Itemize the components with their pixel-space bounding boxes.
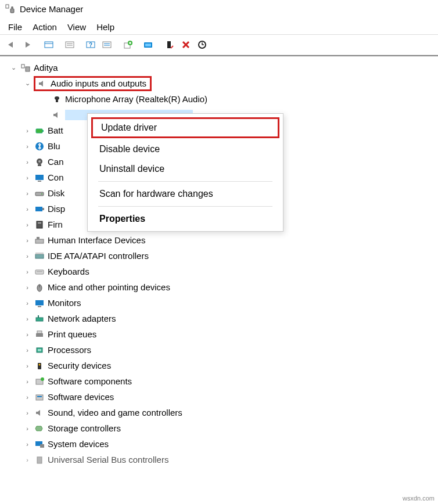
batteries-label: Batt [48, 125, 63, 135]
chevron-right-icon[interactable]: › [23, 174, 31, 181]
computer-icon [20, 63, 31, 73]
toolbar: ? [0, 34, 438, 55]
chevron-right-icon[interactable]: › [23, 143, 31, 150]
menu-action[interactable]: Action [33, 22, 57, 32]
svg-rect-34 [42, 208, 44, 210]
back-icon[interactable] [3, 37, 20, 52]
keyboard-icon [34, 267, 45, 277]
svg-rect-0 [6, 5, 9, 8]
forward-icon[interactable] [20, 37, 36, 52]
chevron-right-icon[interactable]: › [23, 159, 31, 165]
chevron-down-icon[interactable]: ⌄ [23, 80, 31, 87]
cm-update-driver[interactable]: Update driver [91, 117, 279, 138]
svg-rect-39 [35, 254, 44, 258]
menu-help[interactable]: Help [96, 22, 114, 32]
tree-keyboards[interactable]: › Keyboards [3, 264, 438, 279]
svg-rect-61 [37, 457, 42, 463]
bluetooth-label: Blu [48, 141, 60, 151]
chevron-right-icon[interactable]: › [23, 253, 31, 260]
tree-processors[interactable]: › Processors [3, 342, 438, 358]
chevron-right-icon[interactable]: › [23, 378, 31, 385]
chevron-right-icon[interactable]: › [23, 362, 31, 369]
chevron-right-icon[interactable]: › [23, 221, 31, 228]
hid-icon [34, 235, 45, 246]
storage-icon [34, 423, 45, 434]
cm-disable-device[interactable]: Disable device [88, 139, 283, 159]
chevron-right-icon[interactable]: › [23, 127, 31, 134]
svg-rect-40 [35, 253, 44, 254]
disable-icon[interactable] [161, 37, 178, 52]
tree-security[interactable]: › Security devices [3, 358, 438, 373]
tree-storage[interactable]: › Storage controllers [3, 420, 438, 436]
tree-audio-category[interactable]: ⌄ Audio inputs and outputs [3, 75, 438, 91]
tree-root-label: Aditya [34, 63, 58, 73]
swcomponents-label: Software components [48, 376, 132, 386]
printer-icon [34, 329, 45, 340]
audio-category-label: Audio inputs and outputs [51, 78, 146, 88]
tree-network[interactable]: › Network adapters [3, 311, 438, 326]
tree-hid[interactable]: › Human Interface Devices [3, 232, 438, 248]
tree-root[interactable]: ⌄ Aditya [3, 60, 438, 75]
menu-view[interactable]: View [67, 22, 86, 32]
chevron-right-icon[interactable]: › [23, 284, 31, 291]
enable-icon[interactable] [141, 37, 157, 52]
cm-uninstall-device[interactable]: Uninstall device [88, 159, 283, 179]
monitors-label: Monitors [48, 298, 81, 308]
scan-icon[interactable] [194, 37, 210, 52]
tree-audio-child-mic[interactable]: Microphone Array (Realtek(R) Audio) [3, 91, 438, 107]
tree-mice[interactable]: › Mice and other pointing devices [3, 279, 438, 295]
list-icon[interactable] [99, 37, 115, 52]
chevron-right-icon[interactable]: › [23, 206, 31, 213]
chevron-right-icon[interactable]: › [23, 394, 31, 401]
speaker-icon [37, 78, 48, 89]
menu-bar: File Action View Help [0, 17, 438, 34]
tree-swdevices[interactable]: › Software devices [3, 389, 438, 405]
svg-rect-48 [38, 315, 39, 318]
tree-sound[interactable]: › Sound, video and game controllers [3, 405, 438, 420]
chevron-right-icon[interactable]: › [23, 456, 31, 463]
properties-icon[interactable] [62, 37, 78, 52]
monitor-icon [34, 172, 45, 183]
chevron-right-icon[interactable]: › [23, 300, 31, 307]
chevron-right-icon[interactable]: › [23, 425, 31, 432]
chevron-right-icon[interactable]: › [23, 315, 31, 322]
speaker-icon [34, 408, 45, 418]
chevron-right-icon[interactable]: › [23, 331, 31, 338]
svg-rect-30 [38, 181, 41, 182]
chevron-right-icon[interactable]: › [23, 190, 31, 197]
svg-rect-1 [10, 9, 14, 13]
chevron-right-icon[interactable]: › [23, 347, 31, 354]
tree-printqueues[interactable]: › Print queues [3, 326, 438, 342]
menu-file[interactable]: File [8, 22, 22, 32]
display-adapter-icon [34, 204, 45, 214]
tree-monitors[interactable]: › Monitors [3, 295, 438, 311]
tree-swcomponents[interactable]: › Software components [3, 373, 438, 389]
tree-system[interactable]: › System devices [3, 436, 438, 452]
update-driver-icon[interactable] [120, 37, 136, 52]
chevron-down-icon[interactable]: ⌄ [9, 64, 17, 71]
network-icon [34, 314, 45, 324]
cm-scan-hardware[interactable]: Scan for hardware changes [88, 184, 283, 204]
show-hide-icon[interactable] [41, 37, 57, 52]
context-menu-separator [98, 206, 272, 207]
chevron-right-icon[interactable]: › [23, 409, 31, 416]
svg-rect-19 [21, 64, 24, 68]
tree-ide[interactable]: › IDE ATA/ATAPI controllers [3, 248, 438, 264]
chevron-right-icon[interactable]: › [23, 268, 31, 275]
svg-rect-3 [45, 42, 53, 48]
security-label: Security devices [48, 361, 111, 370]
chevron-right-icon[interactable]: › [23, 237, 31, 244]
cm-properties[interactable]: Properties [88, 209, 283, 229]
cameras-label: Can [48, 157, 64, 167]
swdevices-label: Software devices [48, 392, 114, 402]
chevron-right-icon[interactable]: › [23, 441, 31, 448]
monitor-icon [34, 298, 45, 308]
window-title: Device Manager [20, 4, 83, 14]
svg-point-27 [38, 160, 41, 163]
help-icon[interactable]: ? [82, 37, 99, 52]
svg-point-54 [39, 363, 41, 365]
title-bar: Device Manager [0, 0, 438, 17]
security-icon [34, 361, 45, 371]
uninstall-icon[interactable] [178, 37, 194, 52]
tree-usb[interactable]: › Universal Serial Bus controllers [3, 452, 438, 467]
